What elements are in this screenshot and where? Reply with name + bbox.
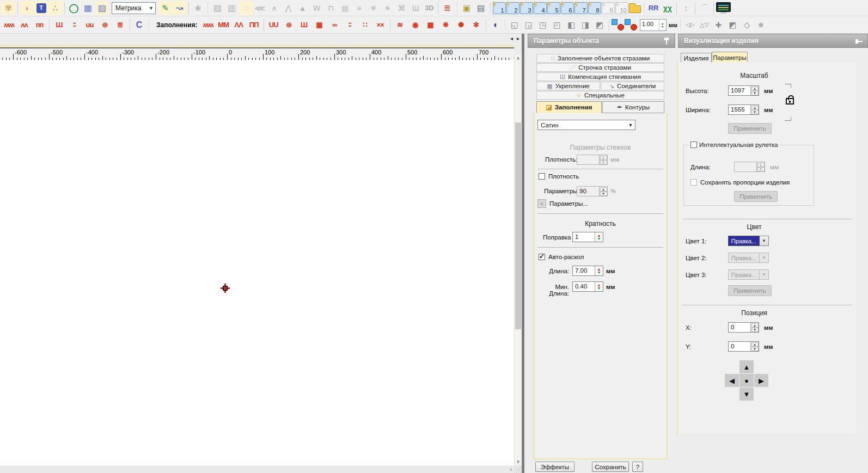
tab-fills[interactable]: ◪ Заполнения [536, 101, 602, 113]
move-right-button[interactable]: ▶ [754, 374, 768, 387]
correction-spinner-buttons[interactable]: ▲▼ [595, 232, 603, 242]
stitch-doc-icon[interactable]: ▤ [474, 1, 488, 15]
height-spinner-buttons[interactable]: ▲▼ [750, 86, 759, 95]
machine-memory-3-button[interactable]: ϟ3 [520, 2, 533, 14]
fill-satin-dense-icon[interactable]: ʍʍ [201, 18, 216, 32]
scroll-up-icon[interactable]: ∧ [515, 54, 522, 62]
tab-outlines[interactable]: ✒ Контуры [602, 101, 664, 113]
scroll-down-icon[interactable]: ∨ [515, 458, 522, 465]
thread-loops-icon[interactable]: χχ [661, 1, 674, 15]
rotate-frame-icon[interactable]: ◇ [740, 18, 754, 32]
center-button[interactable]: ● [739, 374, 754, 387]
digitize-hoop-icon[interactable]: ✎ [158, 1, 172, 15]
fill-ushape-icon[interactable]: UU [266, 18, 281, 32]
run-bars-icon[interactable]: ≣ [113, 18, 127, 32]
pin-icon[interactable] [663, 38, 670, 45]
machine-memory-6-button[interactable]: ϟ6 [561, 2, 574, 14]
run-ticks-icon[interactable]: ∶∶ [67, 18, 82, 32]
horizontal-scrollbar[interactable]: › [0, 465, 514, 473]
run-coil-icon[interactable]: ⊚ [97, 18, 112, 32]
machine-memory-7-button[interactable]: ϟ7 [574, 2, 588, 14]
vertical-scrollbar[interactable]: ∧ ∨ [514, 54, 522, 465]
machine-memory-8-button[interactable]: ϟ8 [588, 2, 601, 14]
units-combobox[interactable]: Метрика▼ [112, 2, 156, 14]
crescent-icon[interactable]: ◖ [488, 18, 502, 32]
machine-memory-1-button[interactable]: ϟ1 [493, 2, 506, 14]
fill-column-icon[interactable]: ΠΠ [247, 18, 261, 32]
motif-circle-icon[interactable]: ◌ [239, 1, 253, 15]
scroll-right-icon[interactable]: ▸ [517, 35, 519, 41]
shape-trim-icon[interactable] [625, 19, 637, 30]
hoop-icon[interactable]: ◯ [67, 1, 81, 15]
aspect-lock[interactable] [781, 84, 797, 121]
grid-reference-icon[interactable]: ▨ [95, 1, 109, 15]
params-collapse-button[interactable]: < [537, 199, 546, 208]
lock-icon[interactable] [786, 98, 794, 105]
fill-motif-b-icon[interactable]: ✺ [454, 18, 468, 32]
color1-dropdown[interactable]: Правка... ▼ [728, 236, 769, 246]
help-button[interactable]: ? [632, 462, 643, 472]
stitch-entry-marker[interactable] [221, 284, 230, 293]
underlay-button[interactable]: ▦ Укрепление [536, 82, 600, 90]
scroll-left-icon[interactable]: ◂ [510, 35, 513, 41]
pull-compensation-button[interactable]: Ш Компенсация стягивания [536, 72, 664, 81]
visualization-panel-header[interactable]: Визуализация изделия [678, 34, 868, 48]
garment-icon[interactable]: T [34, 1, 48, 15]
params-spinner-buttons[interactable]: ▲▼ [599, 187, 607, 196]
machine-memory-5-button[interactable]: ϟ5 [547, 2, 560, 14]
fill-ticks-icon[interactable]: ∶∶ [343, 18, 357, 32]
color1-edit-button[interactable]: Правка... [728, 236, 760, 246]
fill-cross-icon[interactable]: ×× [373, 18, 388, 32]
tab-parameters[interactable]: Параметры [712, 52, 748, 63]
scroll-right-arrow-icon[interactable]: › [510, 465, 512, 473]
neckline-icon[interactable]: ◗ [20, 1, 34, 15]
monogram-icon[interactable]: RR [647, 4, 661, 12]
rhinestone-run-button[interactable]: ⋰ Строчка стразами [536, 63, 664, 72]
color1-arrow-icon[interactable]: ▼ [760, 236, 769, 246]
pattern-flower-icon[interactable]: ✾ [2, 1, 15, 15]
fill-chevron-icon[interactable]: ΛΛ [231, 18, 246, 32]
weld-back-icon[interactable]: ◨ [579, 18, 592, 32]
rhinestone-fill-button[interactable]: ∷ Заполнение объектов стразами [536, 54, 664, 63]
fill-motif-a-icon[interactable]: ❋ [438, 18, 453, 32]
fill-grid-icon[interactable]: ▦ [312, 18, 327, 32]
x-spinner-buttons[interactable]: ▲▼ [750, 323, 759, 332]
fill-chain-icon[interactable]: ∞ [327, 18, 342, 32]
x-spinner[interactable]: 0 ▲▼ [728, 322, 759, 333]
effects-button[interactable]: Эффекты [535, 462, 574, 472]
vertical-scrollbar-thumb[interactable] [515, 122, 521, 329]
move-down-button[interactable]: ▼ [739, 388, 754, 401]
shape-weld-icon[interactable] [612, 19, 624, 30]
mirror-center-icon[interactable]: ✚ [712, 18, 725, 32]
min-length-spinner-buttons[interactable]: ▲▼ [595, 282, 603, 291]
mirror-horizontal-icon[interactable]: ◁▷ [683, 18, 697, 32]
red-bars-icon[interactable]: ≣ [441, 1, 454, 15]
fill-coil-icon[interactable]: ⊚ [282, 18, 296, 32]
arc-run-icon[interactable]: Ϲ [132, 18, 146, 32]
run-column-icon[interactable]: Ш [52, 18, 66, 32]
fill-meander-icon[interactable]: Ш [297, 18, 311, 32]
fill-waves-icon[interactable]: ≋ [393, 18, 407, 32]
mirror-vertical-icon[interactable]: △▽ [698, 18, 711, 32]
width-spinner-buttons[interactable]: ▲▼ [750, 105, 759, 114]
run-zigzag-icon[interactable]: ʌʌ [17, 18, 32, 32]
width-spinner[interactable]: 1555 ▲▼ [728, 105, 759, 115]
reshape-curve-icon[interactable]: ↝ [173, 1, 186, 15]
machine-memory-2-button[interactable]: ϟ2 [506, 2, 519, 14]
run-ushape-icon[interactable]: uu [82, 18, 97, 32]
correction-spinner[interactable]: 1 ▲▼ [572, 232, 603, 242]
grid-icon[interactable]: ▦ [81, 1, 95, 15]
length-spinner[interactable]: 7.00 ▲▼ [572, 266, 603, 276]
move-up-button[interactable]: ▲ [739, 360, 754, 373]
save-button[interactable]: Сохранить [592, 462, 629, 472]
open-folder-icon[interactable] [629, 5, 641, 13]
run-step-icon[interactable]: пп [32, 18, 47, 32]
autosplit-checkbox[interactable] [539, 254, 545, 260]
beads-icon[interactable]: ∴ [48, 1, 62, 15]
object-panel-header[interactable]: Параметры объекта [528, 34, 675, 48]
params-spinner[interactable]: 90 ▲▼ [577, 186, 608, 196]
weld-combine-icon[interactable]: ◩ [593, 18, 607, 32]
height-spinner[interactable]: 1097 ▲▼ [728, 85, 759, 96]
weld-intersect-icon[interactable]: ◳ [536, 18, 550, 32]
y-spinner-buttons[interactable]: ▲▼ [750, 342, 759, 351]
